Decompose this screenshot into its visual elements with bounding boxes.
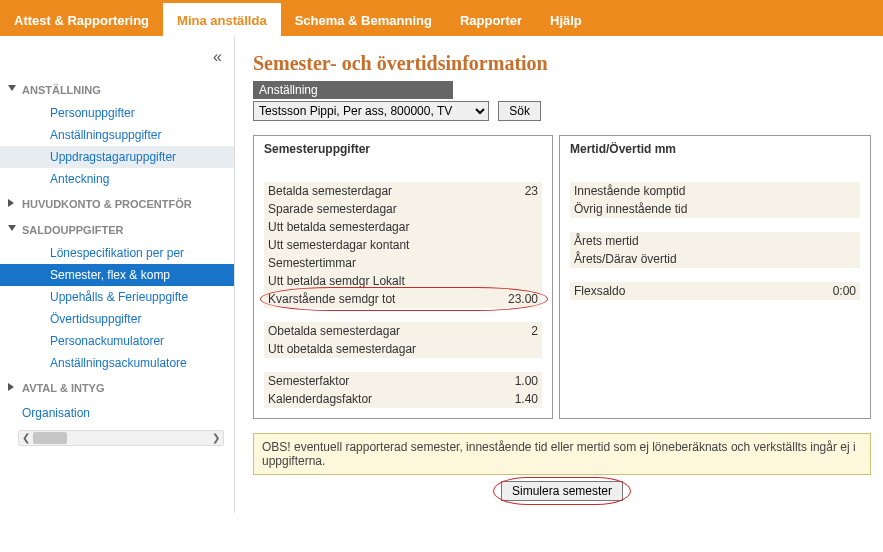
panel-mertid-overtid: Mertid/Övertid mm Innestående komptid Öv…	[559, 135, 871, 419]
chevron-down-icon	[8, 225, 16, 231]
sidebar-group-label: AVTAL & INTYG	[22, 382, 105, 394]
section-label-anstallning: Anställning	[253, 81, 453, 99]
tab-schema[interactable]: Schema & Bemanning	[281, 3, 446, 36]
sidebar-group-huvudkonto[interactable]: HUVUDKONTO & PROCENTFÖR	[0, 192, 234, 216]
panel-semesteruppgifter: Semesteruppgifter Betalda semesterdagar2…	[253, 135, 553, 419]
table-row-kvarstaende: Kvarstående semdgr tot23.00	[264, 290, 542, 308]
info-note: OBS! eventuell rapporterad semester, inn…	[253, 433, 871, 475]
table-row: Årets mertid	[570, 232, 860, 250]
sidebar-item-anstallningsackumulatorer[interactable]: Anställningsackumulatore	[0, 352, 234, 374]
table-row: Årets/Därav övertid	[570, 250, 860, 268]
sidebar-item-anteckning[interactable]: Anteckning	[0, 168, 234, 190]
table-row: Sparade semesterdagar	[264, 200, 542, 218]
page-title: Semester- och övertidsinformation	[253, 52, 871, 75]
table-row: Kalenderdagsfaktor1.40	[264, 390, 542, 408]
table-row: Utt obetalda semesterdagar	[264, 340, 542, 358]
sidebar-item-personackumulatorer[interactable]: Personackumulatorer	[0, 330, 234, 352]
table-row: Semestertimmar	[264, 254, 542, 272]
main-content: Semester- och övertidsinformation Anstäl…	[235, 36, 883, 513]
table-row: Betalda semesterdagar23	[264, 182, 542, 200]
table-row: Innestående komptid	[570, 182, 860, 200]
sidebar-item-uppdragstagaruppgifter[interactable]: Uppdragstagaruppgifter	[0, 146, 234, 168]
simulate-semester-button[interactable]: Simulera semester	[501, 481, 623, 501]
table-row: Utt semesterdagar kontant	[264, 236, 542, 254]
sidebar-item-uppehalls[interactable]: Uppehålls & Ferieuppgifte	[0, 286, 234, 308]
sidebar-item-semester-flex-komp[interactable]: Semester, flex & komp	[0, 264, 234, 286]
chevron-right-icon	[8, 383, 14, 391]
chevron-down-icon	[8, 85, 16, 91]
table-row: Obetalda semesterdagar2	[264, 322, 542, 340]
table-row: Utt betalda semdgr Lokalt	[264, 272, 542, 290]
sidebar-horizontal-scrollbar[interactable]: ❮ ❯	[18, 430, 224, 446]
sidebar-item-lonespecifikation[interactable]: Lönespecifikation per per	[0, 242, 234, 264]
sidebar-group-saldouppgifter[interactable]: SALDOUPPGIFTER	[0, 218, 234, 242]
scroll-left-icon[interactable]: ❮	[20, 432, 32, 444]
chevron-right-icon	[8, 199, 14, 207]
table-row: Övrig innestående tid	[570, 200, 860, 218]
sidebar-group-label: SALDOUPPGIFTER	[22, 224, 123, 236]
scroll-right-icon[interactable]: ❯	[210, 432, 222, 444]
sidebar-group-label: ANSTÄLLNING	[22, 84, 101, 96]
sidebar: « ANSTÄLLNING Personuppgifter Anställnin…	[0, 36, 235, 513]
sidebar-item-organisation[interactable]: Organisation	[0, 402, 234, 424]
tab-attest[interactable]: Attest & Rapportering	[0, 3, 163, 36]
sidebar-item-anstallningsuppgifter[interactable]: Anställningsuppgifter	[0, 124, 234, 146]
table-row: Utt betalda semesterdagar	[264, 218, 542, 236]
search-button[interactable]: Sök	[498, 101, 541, 121]
sidebar-item-overtidsuppgifter[interactable]: Övertidsuppgifter	[0, 308, 234, 330]
tab-hjalp[interactable]: Hjälp	[536, 3, 596, 36]
tab-mina-anstallda[interactable]: Mina anställda	[163, 3, 281, 36]
panel-title: Semesteruppgifter	[264, 142, 542, 156]
panel-title: Mertid/Övertid mm	[570, 142, 860, 156]
sidebar-group-label: HUVUDKONTO & PROCENTFÖR	[22, 198, 192, 210]
tab-rapporter[interactable]: Rapporter	[446, 3, 536, 36]
sidebar-collapse-icon[interactable]: «	[0, 44, 234, 78]
table-row: Semesterfaktor1.00	[264, 372, 542, 390]
scrollbar-thumb[interactable]	[33, 432, 67, 444]
sidebar-group-avtal-intyg[interactable]: AVTAL & INTYG	[0, 376, 234, 400]
sidebar-item-personuppgifter[interactable]: Personuppgifter	[0, 102, 234, 124]
employee-select[interactable]: Testsson Pippi, Per ass, 800000, TV	[253, 101, 489, 121]
table-row: Flexsaldo0:00	[570, 282, 860, 300]
top-nav: Attest & Rapportering Mina anställda Sch…	[0, 0, 883, 36]
sidebar-group-anstallning[interactable]: ANSTÄLLNING	[0, 78, 234, 102]
